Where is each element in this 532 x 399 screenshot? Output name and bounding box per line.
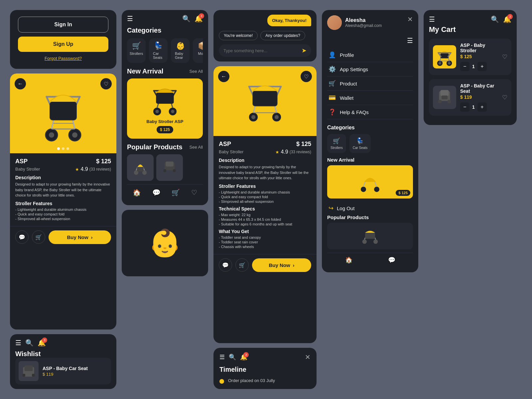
arrival-price-badge: $ 125 xyxy=(157,126,173,133)
sidebar-item-profile[interactable]: 👤 Profile xyxy=(327,48,413,62)
qty-increase-1[interactable]: + xyxy=(477,62,487,71)
menu-icon-wishlist[interactable]: ☰ xyxy=(15,339,21,347)
svg-rect-15 xyxy=(23,374,25,376)
chat-button-left[interactable]: 💬 xyxy=(15,230,29,244)
timeline-events: Order placed on 03 Jully xyxy=(219,378,311,384)
chat-button-center[interactable]: 💬 xyxy=(219,258,232,272)
strollers-icon: 🛒 xyxy=(132,42,141,50)
qty-decrease-1[interactable]: − xyxy=(460,62,469,71)
svg-point-50 xyxy=(374,187,379,192)
svg-point-54 xyxy=(373,239,378,244)
menu-icon-browse[interactable]: ☰ xyxy=(127,15,133,23)
buy-now-button-center[interactable]: Buy Now › xyxy=(252,258,311,272)
popular-thumb-2[interactable] xyxy=(156,154,183,181)
cart-wishlist-2[interactable]: ♡ xyxy=(502,94,507,101)
forgot-password-link[interactable]: Forgot Passsword? xyxy=(18,56,108,61)
sidebar-nav-home[interactable]: 🏠 xyxy=(345,256,352,264)
profile-icon: 👤 xyxy=(329,51,336,59)
popular-sidebar-img[interactable] xyxy=(327,223,413,249)
product-menu-label: Product xyxy=(340,81,357,86)
back-button-left[interactable]: ← xyxy=(15,78,26,89)
browse-card: ☰ 🔍 🔔 3 Categories 🛒 Strollers 💺 Ca xyxy=(122,10,208,205)
sidebar-item-help[interactable]: ❓ Help & FAQs xyxy=(327,105,413,119)
arrival-card[interactable]: Baby Stroller ASP $ 125 xyxy=(127,78,203,139)
chat-order-button[interactable]: Any order updates? xyxy=(260,31,305,40)
categories-heading: Categories xyxy=(127,27,203,34)
cart-qty-row-1: − 1 + xyxy=(460,62,498,71)
menu-icon-timeline[interactable]: ☰ xyxy=(219,353,225,361)
sidebar-item-settings[interactable]: ⚙️ App Settings xyxy=(327,62,413,76)
cart-header-icons: 🔍 🔔 3 xyxy=(491,15,511,23)
cart-wishlist-1[interactable]: ♡ xyxy=(502,53,507,61)
nav-cart-icon[interactable]: 🛒 xyxy=(172,189,180,197)
back-button-center[interactable]: ← xyxy=(218,71,229,82)
product-detail-left: ← ♡ xyxy=(10,73,116,330)
new-arrival-see-all[interactable]: See All xyxy=(190,69,203,74)
sidebar-cat-strollers[interactable]: 🛒 Strollers xyxy=(327,134,346,153)
popular-see-all[interactable]: See All xyxy=(190,145,203,150)
spec-3-center: - Suitable for ages 6 months and up with… xyxy=(219,222,311,226)
nav-home-icon[interactable]: 🏠 xyxy=(133,189,141,197)
category-babygear[interactable]: 👶 Baby Gear xyxy=(171,38,190,63)
dot-2 xyxy=(62,147,65,150)
buy-now-button-left[interactable]: Buy Now › xyxy=(49,230,111,244)
close-button-profile[interactable]: ✕ xyxy=(407,15,413,23)
sidebar-nav: 🏠 💬 xyxy=(327,253,413,267)
what-2-center: - Toddler seat rain cover xyxy=(219,240,311,244)
profile-sidebar: Aleesha Aleesha@gmail.com ✕ ☰ 👤 Profile … xyxy=(322,10,418,272)
popular-thumb-1[interactable] xyxy=(127,154,154,181)
logout-button[interactable]: ↪ Log Out xyxy=(327,202,356,214)
hamburger-icon-profile[interactable]: ☰ xyxy=(407,37,413,44)
signin-button[interactable]: Sign In xyxy=(18,17,108,33)
logout-icon: ↪ xyxy=(329,204,333,212)
menu-icon-cart[interactable]: ☰ xyxy=(429,15,435,23)
search-icon-browse[interactable]: 🔍 xyxy=(182,15,191,23)
wishlist-button-left[interactable]: ♡ xyxy=(100,78,112,89)
signup-button[interactable]: Sign Up xyxy=(18,37,108,52)
category-more[interactable]: 📦 More xyxy=(193,38,203,63)
wallet-icon: 💳 xyxy=(329,94,336,101)
notification-badge-wishlist: 3 xyxy=(42,337,47,343)
notification-badge-browse: 3 xyxy=(199,13,204,19)
svg-rect-32 xyxy=(137,167,144,171)
search-icon-timeline[interactable]: 🔍 xyxy=(229,353,236,361)
search-icon-cart[interactable]: 🔍 xyxy=(491,15,499,23)
cart-item-2: ASP - Baby Car Seat $ 119 − 1 + ♡ xyxy=(429,79,511,116)
wishlist-button-center[interactable]: ♡ xyxy=(301,71,312,82)
sidebar-cat-carseats[interactable]: 💺 Car Seats xyxy=(349,134,371,153)
description-text-left: Designed to adapt to your growing family… xyxy=(15,182,111,198)
what-3-center: - Chassis with wheels xyxy=(219,245,311,249)
nav-heart-icon[interactable]: ♡ xyxy=(191,189,197,197)
settings-icon: ⚙️ xyxy=(329,66,336,73)
sidebar-arrival-img[interactable]: $ 125 xyxy=(327,165,413,199)
new-arrival-heading: New Arrival xyxy=(127,67,163,75)
qty-increase-2[interactable]: + xyxy=(477,102,487,112)
product-info-center: ASP $ 125 Baby Stroller ★ 4.9 (33 review… xyxy=(213,136,317,254)
specs-title-center: Technical Specs xyxy=(219,206,311,211)
search-icon-wishlist[interactable]: 🔍 xyxy=(25,339,34,347)
cart-button-left[interactable]: 🛒 xyxy=(32,230,45,244)
svg-point-60 xyxy=(439,62,441,65)
sidebar-item-product[interactable]: 🛒 Product xyxy=(327,76,413,91)
chat-input[interactable] xyxy=(223,48,299,53)
close-button-timeline[interactable]: ✕ xyxy=(305,353,311,361)
category-carseats[interactable]: 💺 Car Seats xyxy=(149,38,168,63)
svg-rect-70 xyxy=(441,90,449,96)
timeline-card: ☰ 🔍 🔔 3 ✕ Timeline Order placed on 03 Ju… xyxy=(213,348,317,389)
sidebar-nav-chat[interactable]: 💬 xyxy=(388,256,395,264)
category-strollers[interactable]: 🛒 Strollers xyxy=(127,38,146,63)
cart-qty-row-2: − 1 + xyxy=(460,102,498,112)
nav-bar-browse: 🏠 💬 🛒 ♡ xyxy=(127,184,203,200)
wishlist-card: ☰ 🔍 🔔 3 Wishlist xyxy=(10,334,116,389)
chat-welcome-button[interactable]: You're welcome! xyxy=(219,31,258,40)
nav-chat-icon[interactable]: 💬 xyxy=(152,189,161,197)
cart-button-center[interactable]: 🛒 xyxy=(235,258,249,272)
send-icon[interactable]: ➤ xyxy=(302,47,307,54)
action-row-left: 💬 🛒 Buy Now › xyxy=(10,226,116,248)
qty-decrease-2[interactable]: − xyxy=(460,102,469,112)
wishlist-item-thumb-1 xyxy=(19,361,39,381)
wishlist-item-1[interactable]: ASP - Baby Car Seat $ 119 xyxy=(15,358,111,384)
avatar-image xyxy=(327,15,342,30)
sidebar-item-wallet[interactable]: 💳 Wallet xyxy=(327,91,413,105)
wishlist-item-info-1: ASP - Baby Car Seat $ 119 xyxy=(43,366,88,377)
